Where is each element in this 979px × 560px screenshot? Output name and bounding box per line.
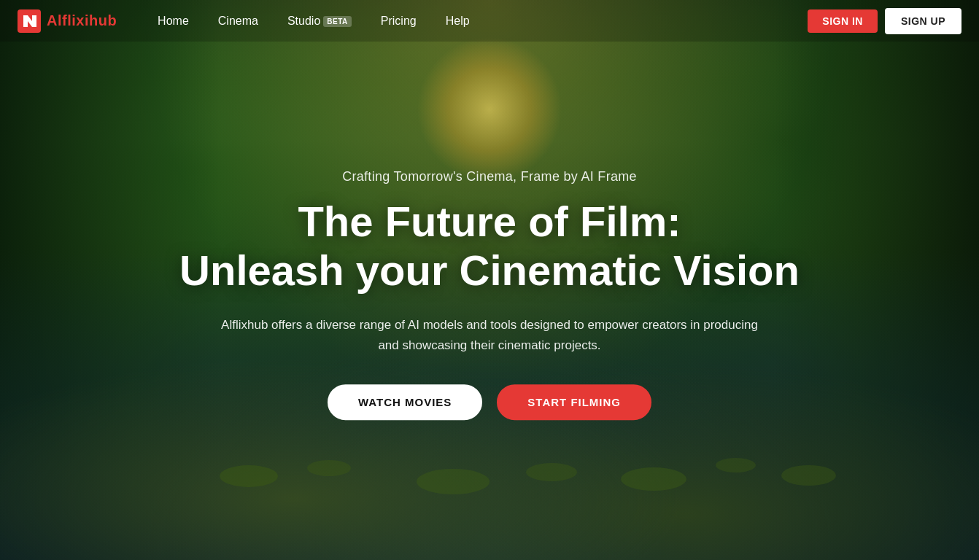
signin-button[interactable]: SIGN IN	[808, 9, 878, 33]
nav-studio-label: Studio	[287, 15, 320, 27]
beta-badge: BETA	[323, 16, 351, 27]
lily-pad	[307, 460, 351, 476]
nav-home[interactable]: Home	[146, 9, 201, 34]
lily-pad	[781, 465, 836, 486]
lily-pad	[417, 469, 490, 494]
hero-content: Crafting Tomorrow's Cinema, Frame by AI …	[161, 169, 818, 420]
nav-help[interactable]: Help	[434, 9, 481, 34]
lily-pad	[220, 465, 278, 487]
logo[interactable]: Alflixihub	[18, 9, 117, 33]
lily-pad	[526, 463, 577, 481]
logo-text: Alflixihub	[47, 12, 117, 29]
hero-title: The Future of Film: Unleash your Cinemat…	[161, 198, 818, 295]
hero-title-line1: The Future of Film:	[298, 198, 681, 245]
logo-icon	[18, 9, 41, 33]
logo-text-red: Alflixi	[47, 12, 89, 28]
nav-pricing[interactable]: Pricing	[369, 9, 428, 34]
hero-description: Alflixhub offers a diverse range of AI m…	[216, 316, 763, 355]
sun-glow	[417, 36, 562, 182]
nav-studio[interactable]: StudioBETA	[276, 9, 363, 34]
navbar: Alflixihub Home Cinema StudioBETA Pricin…	[0, 0, 979, 42]
lily-pad	[621, 467, 686, 491]
start-filming-button[interactable]: START FILMING	[497, 384, 651, 420]
hero-title-line2: Unleash your Cinematic Vision	[179, 246, 800, 294]
lily-pad	[716, 458, 756, 472]
signup-button[interactable]: SIGN UP	[885, 8, 961, 34]
lily-pads-area	[161, 414, 818, 502]
nav-auth-buttons: SIGN IN SIGN UP	[808, 8, 961, 34]
nav-cinema[interactable]: Cinema	[206, 9, 270, 34]
logo-text-white: hub	[89, 12, 117, 28]
hero-subtitle: Crafting Tomorrow's Cinema, Frame by AI …	[161, 169, 818, 184]
nav-links: Home Cinema StudioBETA Pricing Help	[146, 9, 808, 34]
watch-movies-button[interactable]: WATCH MOVIES	[328, 384, 482, 420]
hero-cta-buttons: WATCH MOVIES START FILMING	[161, 384, 818, 420]
